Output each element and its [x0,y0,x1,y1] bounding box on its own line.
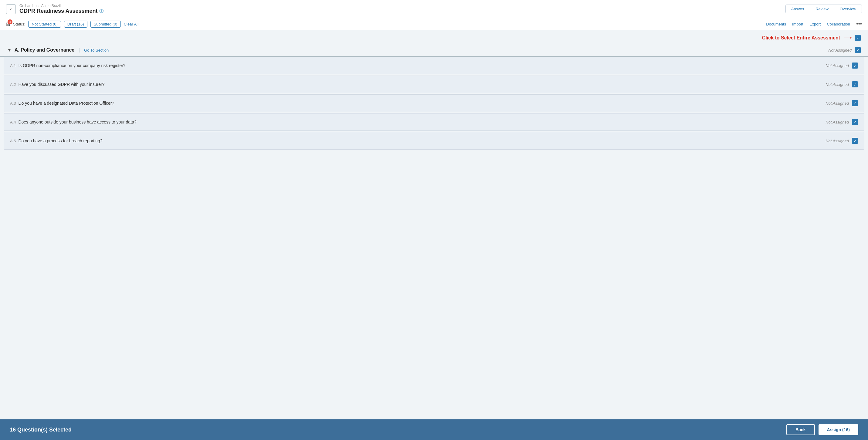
arrow-icon: → [842,35,855,41]
clear-all-button[interactable]: Clear All [124,22,138,26]
table-row[interactable]: A.2 Have you discussed GDPR with your in… [4,75,864,93]
tab-answer[interactable]: Answer [785,5,810,13]
table-row[interactable]: A.4 Does anyone outside your business ha… [4,113,864,131]
section-not-assigned: Not Assigned [828,48,851,53]
documents-link[interactable]: Documents [766,22,786,26]
table-row[interactable]: A.1 Is GDPR non-compliance on your compa… [4,57,864,74]
not-assigned-status: Not Assigned [826,82,849,87]
question-id: A.2 [10,82,16,87]
question-text: A.2 Have you discussed GDPR with your in… [10,82,104,87]
select-all-checkbox[interactable]: ✓ [855,35,861,41]
question-checkbox[interactable]: ✓ [852,63,858,69]
select-all-text: Click to Select Entire Assessment [762,35,840,41]
breadcrumb: Orchard Inc | Acme Brazil [20,4,103,8]
go-to-section-link[interactable]: Go To Section [84,48,108,53]
status-draft-btn[interactable]: Draft (16) [64,21,87,28]
main-content: Click to Select Entire Assessment → ✓ ▼ … [0,30,868,175]
table-row[interactable]: A.5 Do you have a process for breach rep… [4,132,864,150]
section-right: Not Assigned ✓ [828,47,861,53]
export-link[interactable]: Export [809,22,821,26]
question-checkbox[interactable]: ✓ [852,100,858,106]
status-label: Status: [13,22,25,26]
toolbar-right: Documents Import Export Collaboration ••… [766,21,862,27]
not-assigned-status: Not Assigned [826,101,849,105]
header-tabs: Answer Review Overview [785,5,862,13]
header-left: ‹ Orchard Inc | Acme Brazil GDPR Readine… [6,4,103,14]
not-assigned-status: Not Assigned [826,120,849,124]
title-area: Orchard Inc | Acme Brazil GDPR Readiness… [20,4,103,14]
question-checkbox[interactable]: ✓ [852,81,858,87]
question-text: A.1 Is GDPR non-compliance on your compa… [10,63,126,68]
page-header: ‹ Orchard Inc | Acme Brazil GDPR Readine… [0,0,868,18]
section-title-area: ▼ A. Policy and Governance | Go To Secti… [7,48,108,53]
question-right: Not Assigned ✓ [809,81,858,87]
info-icon[interactable]: ⓘ [99,8,103,14]
question-text: A.5 Do you have a process for breach rep… [10,138,102,143]
question-checkbox[interactable]: ✓ [852,119,858,125]
section-header: ▼ A. Policy and Governance | Go To Secti… [0,44,868,57]
not-assigned-status: Not Assigned [826,139,849,143]
section-title: A. Policy and Governance [14,48,74,53]
status-submitted-btn[interactable]: Submitted (0) [90,21,121,28]
question-right: Not Assigned ✓ [809,138,858,144]
tab-review[interactable]: Review [810,5,834,13]
collapse-icon[interactable]: ▼ [7,48,11,53]
import-link[interactable]: Import [792,22,803,26]
questions-container: A.1 Is GDPR non-compliance on your compa… [0,57,868,150]
filter-badge: 4 [8,20,12,24]
toolbar-left: ⊟ 4 Status: Not Started (0) Draft (16) S… [6,21,138,28]
back-button[interactable]: ‹ [6,4,16,14]
question-text: A.4 Does anyone outside your business ha… [10,120,136,124]
question-id: A.4 [10,120,16,124]
question-right: Not Assigned ✓ [809,100,858,106]
question-checkbox[interactable]: ✓ [852,138,858,144]
section-select-checkbox[interactable]: ✓ [855,47,861,53]
question-right: Not Assigned ✓ [809,63,858,69]
status-not-started-btn[interactable]: Not Started (0) [28,21,61,28]
question-id: A.5 [10,139,16,143]
tab-overview[interactable]: Overview [834,5,862,13]
page-title: GDPR Readiness Assessment ⓘ [20,8,103,14]
question-id: A.1 [10,63,16,68]
question-text: A.3 Do you have a designated Data Protec… [10,101,114,105]
filter-icon[interactable]: ⊟ 4 [6,21,10,27]
more-options-button[interactable]: ••• [856,21,862,27]
table-row[interactable]: A.3 Do you have a designated Data Protec… [4,94,864,112]
question-right: Not Assigned ✓ [809,119,858,125]
question-id: A.3 [10,101,16,105]
not-assigned-status: Not Assigned [826,63,849,68]
section-divider: | [79,48,80,53]
toolbar: ⊟ 4 Status: Not Started (0) Draft (16) S… [0,18,868,30]
select-all-banner: Click to Select Entire Assessment → ✓ [0,30,868,44]
collaboration-link[interactable]: Collaboration [827,22,850,26]
